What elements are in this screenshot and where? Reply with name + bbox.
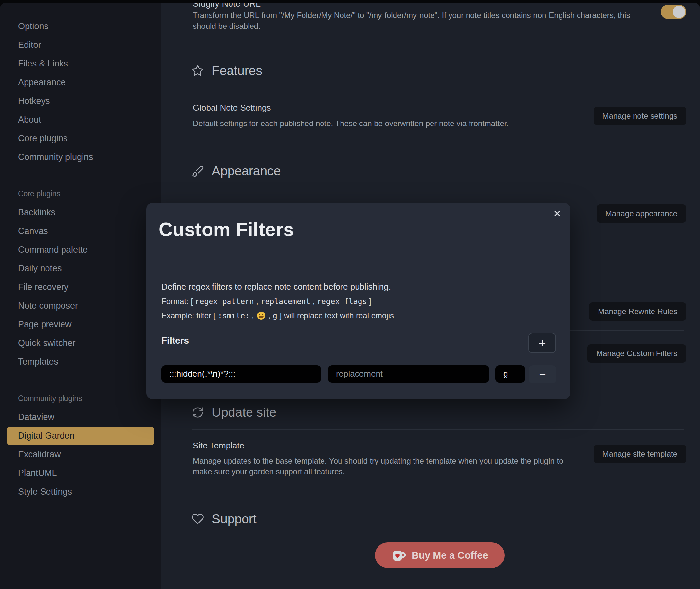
update-site-section-heading: Update site: [192, 405, 276, 420]
coffee-cup-icon: [391, 548, 406, 563]
site-template-description: Manage updates to the base template. You…: [193, 455, 574, 477]
hint-text: ,: [266, 311, 273, 320]
mono-token: regex flags: [317, 297, 367, 306]
features-title: Features: [212, 63, 262, 78]
buy-me-a-coffee-button[interactable]: Buy Me a Coffee: [375, 543, 504, 568]
manage-custom-filters-button[interactable]: Manage Custom Filters: [587, 344, 686, 363]
star-icon: [192, 64, 204, 77]
update-site-title: Update site: [212, 405, 276, 420]
refresh-icon: [192, 406, 204, 419]
modal-title: Custom Filters: [159, 218, 294, 240]
smile-emoji-icon: [257, 312, 265, 320]
filters-label: Filters: [161, 336, 189, 346]
hint-text: ,: [310, 297, 317, 306]
divider: [192, 94, 684, 94]
manage-site-template-button[interactable]: Manage site template: [594, 445, 686, 463]
appearance-section-heading: Appearance: [192, 164, 281, 178]
filter-format-hint: Format: [ regex pattern , replacement , …: [161, 297, 371, 306]
features-section-heading: Features: [192, 63, 262, 78]
manage-note-settings-button[interactable]: Manage note settings: [594, 107, 687, 125]
add-filter-button[interactable]: +: [529, 333, 556, 353]
support-title: Support: [212, 512, 257, 526]
divider: [161, 327, 555, 327]
paintbrush-icon: [192, 165, 204, 177]
mono-token: regex pattern: [195, 297, 254, 306]
divider: [192, 429, 684, 430]
appearance-title: Appearance: [212, 164, 281, 178]
filter-example-hint: Example: filter [ :smile: , , g ] will r…: [161, 311, 394, 321]
hint-text: ]: [367, 297, 371, 306]
remove-filter-button[interactable]: −: [529, 365, 556, 383]
heart-icon: [192, 513, 204, 525]
buy-me-a-coffee-label: Buy Me a Coffee: [411, 550, 488, 561]
global-note-settings-description: Default settings for each published note…: [193, 118, 586, 129]
support-section-heading: Support: [192, 512, 257, 526]
close-icon[interactable]: [551, 208, 563, 219]
hint-text: ,: [250, 311, 256, 320]
mono-token: g: [273, 312, 277, 320]
toggle-knob: [673, 6, 685, 18]
hint-text: Format: [: [161, 297, 195, 306]
site-template-name: Site Template: [193, 441, 244, 451]
manage-appearance-button[interactable]: Manage appearance: [597, 204, 686, 223]
hint-text: ] will replace text with real emojis: [277, 311, 394, 320]
mono-token: replacement: [261, 297, 310, 306]
mono-token: :smile:: [218, 312, 250, 320]
regex-flags-input[interactable]: [495, 365, 525, 383]
slugify-setting-name: Slugify Note URL: [193, 3, 261, 9]
regex-pattern-input[interactable]: [161, 365, 321, 383]
replacement-input[interactable]: [328, 365, 489, 383]
custom-filters-modal: Custom Filters Define regex filters to r…: [146, 203, 570, 399]
slugify-setting-description: Transform the URL from "/My Folder/My No…: [193, 10, 651, 31]
filter-row: −: [146, 365, 570, 384]
hint-text: ,: [254, 297, 261, 306]
hint-text: Example: filter [: [161, 311, 218, 320]
global-note-settings-name: Global Note Settings: [193, 103, 271, 113]
modal-description: Define regex filters to replace note con…: [161, 282, 391, 292]
slugify-toggle[interactable]: [661, 5, 686, 19]
manage-rewrite-rules-button[interactable]: Manage Rewrite Rules: [589, 303, 686, 321]
